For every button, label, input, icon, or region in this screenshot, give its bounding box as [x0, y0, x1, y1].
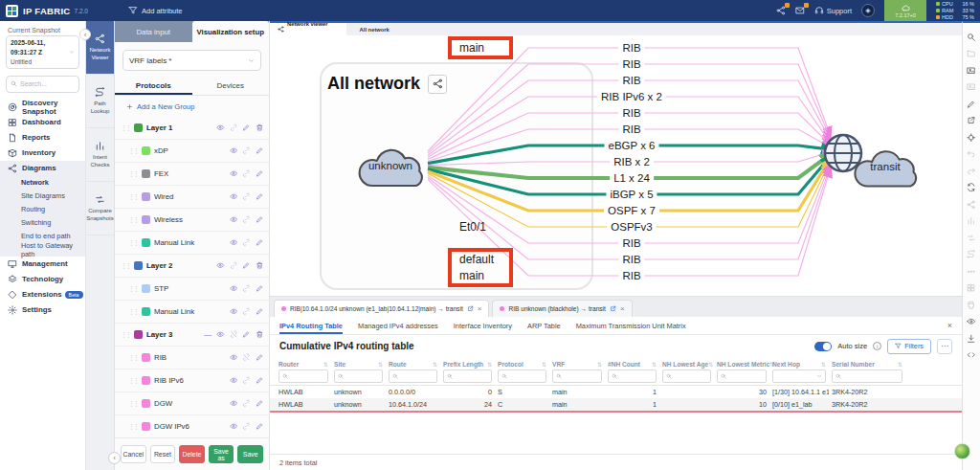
link-icon[interactable] — [242, 307, 251, 316]
result-tab[interactable]: RIB|10.64.1.0/24 unknown (e1_lab|10.64.1… — [274, 300, 489, 317]
edge-vrf-label[interactable]: Et0/1 — [457, 220, 488, 234]
dots-tool-button[interactable] — [966, 265, 978, 278]
column-filter-input[interactable] — [345, 373, 379, 380]
pencil-icon[interactable] — [256, 284, 264, 293]
image-tool-button[interactable] — [966, 81, 978, 94]
topology-canvas[interactable]: All network unknown — [270, 35, 962, 296]
result-tab[interactable]: RIB unknown (blackhole) → transit × — [492, 300, 632, 317]
sidebar-item-extensions[interactable]: ExtensionsBeta — [0, 287, 85, 302]
tab-protocols[interactable]: Protocols — [115, 77, 192, 95]
rail-item-compare-snapshots[interactable]: Compare Snapshots — [86, 182, 114, 235]
image-tool-button[interactable] — [966, 64, 978, 77]
pencil-icon[interactable] — [256, 422, 264, 431]
link-icon[interactable] — [242, 238, 251, 247]
tab-all-network[interactable]: All network — [346, 23, 403, 35]
edge-label[interactable]: OSPF x 7 — [604, 205, 659, 216]
close-tab-icon[interactable]: × — [478, 304, 482, 313]
column-filter-input[interactable] — [619, 373, 653, 380]
protocol-row-fex[interactable]: ⋮⋮ FEX — [115, 163, 269, 186]
drag-handle-icon[interactable]: ⋮⋮ — [121, 262, 130, 270]
sort-icon[interactable]: ⇅ — [487, 361, 492, 368]
protocol-row-wireless[interactable]: ⋮⋮ Wireless — [115, 209, 269, 232]
layer-group-row[interactable]: ⋮⋮ Layer 2 — [115, 255, 269, 278]
link-icon[interactable] — [242, 376, 251, 385]
sidebar-item-technology[interactable]: Technology — [0, 272, 85, 287]
drag-handle-icon[interactable]: ⋮⋮ — [128, 147, 138, 155]
sidebar-item-site-diagrams[interactable]: Site Diagrams — [0, 190, 85, 203]
sort-icon[interactable]: ⇅ — [652, 361, 657, 368]
drag-handle-icon[interactable]: ⋮⋮ — [128, 354, 138, 362]
protocol-row-rib-ipv6[interactable]: ⋮⋮ RIB IPv6 — [115, 369, 269, 392]
sync-tool-button[interactable] — [966, 182, 978, 194]
link-icon[interactable] — [242, 215, 251, 224]
drag-handle-icon[interactable]: ⋮⋮ — [128, 423, 138, 431]
save-as-button[interactable]: Save as — [209, 445, 234, 463]
sort-icon[interactable]: ⇅ — [433, 361, 437, 368]
collapse-group-icon[interactable]: — — [204, 330, 212, 339]
column-filter-input[interactable] — [455, 373, 488, 380]
pencil-icon[interactable] — [256, 307, 264, 316]
edge-label[interactable]: iBGP x 5 — [606, 189, 657, 200]
edge-label[interactable]: OSPFv3 — [607, 221, 656, 233]
unlink-icon[interactable] — [230, 330, 238, 339]
add-new-group-button[interactable]: Add a New Group — [115, 96, 269, 117]
eye-icon[interactable] — [216, 330, 225, 339]
column-filter-input[interactable] — [843, 373, 899, 380]
sort-icon[interactable]: ⇅ — [378, 361, 383, 368]
reset-button[interactable]: Reset — [150, 445, 176, 463]
eye-icon[interactable] — [230, 192, 238, 201]
sidebar-item-network[interactable]: Network — [0, 176, 85, 190]
redo-tool-button[interactable] — [966, 165, 978, 177]
eye-tool-button[interactable] — [966, 316, 978, 328]
tab-devices[interactable]: Devices — [192, 77, 270, 95]
drag-handle-icon[interactable]: ⋮⋮ — [128, 193, 138, 201]
drag-handle-icon[interactable]: ⋮⋮ — [128, 400, 138, 408]
snapshot-selector[interactable]: 2025-06-11, 09:31:27 Z Untitled — [6, 35, 79, 69]
sidebar-search[interactable] — [6, 76, 79, 93]
sidebar-item-diagrams[interactable]: Diagrams — [0, 161, 85, 176]
pencil-icon[interactable] — [256, 215, 264, 224]
link-icon[interactable] — [242, 422, 251, 431]
sort-icon[interactable]: ⇅ — [597, 361, 602, 368]
node-unknown[interactable]: unknown — [350, 139, 431, 196]
sort-icon[interactable]: ⇅ — [542, 361, 546, 368]
link-icon[interactable] — [242, 284, 251, 293]
pencil-icon[interactable] — [256, 353, 264, 362]
edge-label[interactable]: eBGP x 6 — [604, 140, 658, 151]
link-icon[interactable] — [230, 261, 238, 270]
sidebar-item-management[interactable]: Management — [0, 257, 85, 272]
trash-icon[interactable] — [256, 123, 264, 132]
drag-handle-icon[interactable]: ⋮⋮ — [128, 308, 138, 316]
messages-button[interactable] — [795, 6, 805, 15]
pencil-icon[interactable] — [242, 330, 251, 339]
edge-label[interactable]: RIB — [618, 75, 644, 86]
edge-label[interactable]: RIB — [618, 123, 644, 135]
drag-handle-icon[interactable]: ⋮⋮ — [128, 216, 138, 224]
eye-icon[interactable] — [230, 307, 238, 316]
column-filter-input[interactable] — [290, 373, 324, 380]
edge-label[interactable]: RIB — [618, 237, 644, 249]
drag-handle-icon[interactable]: ⋮⋮ — [121, 124, 130, 132]
sidebar-item-routing[interactable]: Routing — [0, 203, 85, 216]
vrf-labels-select[interactable]: VRF labels * — [122, 50, 261, 71]
eye-icon[interactable] — [230, 146, 238, 155]
tab-network-viewer[interactable]: Network viewer (Grouped by Site names) — [270, 23, 346, 35]
eye-icon[interactable] — [216, 123, 225, 132]
trash-icon[interactable] — [256, 261, 264, 270]
column-filter-input[interactable] — [728, 373, 763, 380]
protocol-row-xdp[interactable]: ⋮⋮ xDP — [115, 140, 269, 163]
sort-icon[interactable]: ⇅ — [708, 361, 713, 368]
auto-size-toggle[interactable] — [814, 342, 832, 351]
link-icon[interactable] — [242, 146, 251, 155]
eye-icon[interactable] — [230, 215, 238, 224]
search-tool-button[interactable] — [966, 31, 978, 43]
collapse-sidebar-button[interactable]: ‹ — [79, 29, 91, 40]
subtab-managed-ipv4-addresses[interactable]: Managed IPv4 addresses — [358, 317, 438, 334]
tab-data-input[interactable]: Data input — [115, 21, 192, 42]
rail-item-intent-checks[interactable]: Intent Checks — [86, 128, 114, 182]
edge-label[interactable]: RIB — [618, 107, 644, 119]
eye-icon[interactable] — [230, 238, 238, 247]
avatar[interactable]: ◈ — [861, 4, 875, 17]
undo-tool-button[interactable] — [966, 148, 978, 161]
pencil-icon[interactable] — [256, 238, 264, 247]
